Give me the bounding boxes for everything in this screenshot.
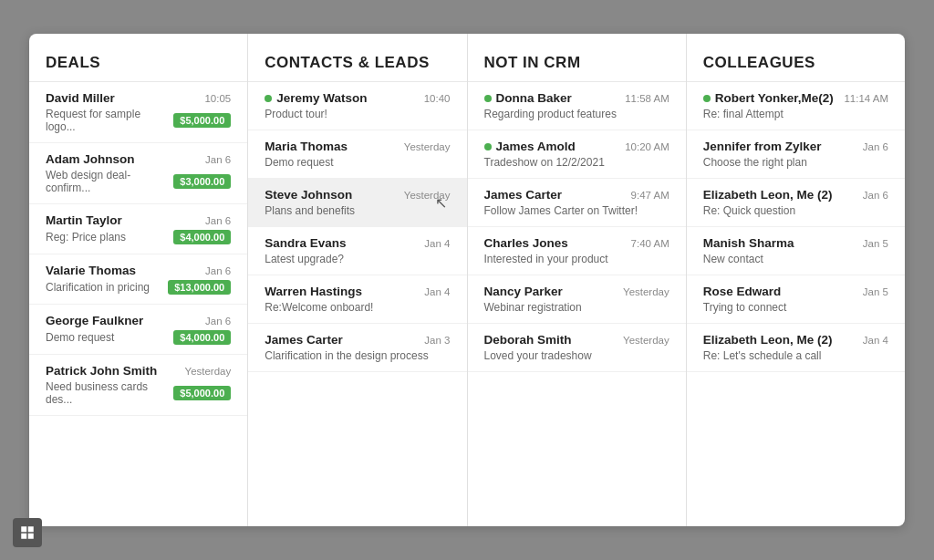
list-item[interactable]: Elizabeth Leon, Me (2)Jan 6Re: Quick que… xyxy=(687,179,905,227)
item-sub-text: Follow James Carter on Twitter! xyxy=(484,204,638,217)
item-sub-text: Demo request xyxy=(265,156,333,169)
list-item[interactable]: Jennifer from ZylkerJan 6Choose the righ… xyxy=(687,130,905,179)
item-name: Robert Yonker,Me(2) xyxy=(703,91,834,105)
list-item[interactable]: James Carter9:47 AMFollow James Carter o… xyxy=(468,179,686,227)
item-date: Yesterday xyxy=(404,190,451,201)
list-item[interactable]: James Amold10:20 AMTradeshow on 12/2/202… xyxy=(468,130,686,179)
item-name: Donna Baker xyxy=(484,91,572,105)
item-sub-text: Product tour! xyxy=(265,108,327,120)
item-name: Deborah Smith xyxy=(484,333,572,347)
item-name: James Carter xyxy=(484,188,563,202)
item-name: Patrick John Smith xyxy=(46,364,157,378)
item-name: Nancy Parker xyxy=(484,285,563,298)
svg-rect-1 xyxy=(28,526,34,532)
column-not-in-crm: NOT IN CRMDonna Baker11:58 AMRegarding p… xyxy=(468,34,687,526)
item-sub-text: Regarding product features xyxy=(484,108,617,120)
item-name: Valarie Thomas xyxy=(46,264,136,277)
item-date: Jan 6 xyxy=(863,141,888,152)
item-sub: Re:Welcome onboard! xyxy=(265,301,450,314)
item-sub: Demo request$4,000.00 xyxy=(46,330,231,345)
item-name: Manish Sharma xyxy=(703,236,794,250)
item-sub: Web design deal-confirm...$3,000.00 xyxy=(46,169,231,194)
list-item[interactable]: Maria ThomasYesterdayDemo request xyxy=(248,130,466,179)
item-date: Yesterday xyxy=(623,335,669,346)
item-sub-text: Demo request xyxy=(46,331,114,344)
item-sub-text: Reg: Price plans xyxy=(46,231,126,244)
list-item[interactable]: Steve JohnsonYesterdayPlans and benefits… xyxy=(248,179,466,227)
item-sub: Re: Quick question xyxy=(703,204,888,217)
item-sub: Need business cards des...$5,000.00 xyxy=(46,380,231,406)
item-sub-text: Loved your tradeshow xyxy=(484,349,592,362)
column-deals: DEALSDavid Miller10:05Request for sample… xyxy=(29,34,248,526)
list-item[interactable]: George FaulknerJan 6Demo request$4,000.0… xyxy=(29,305,247,355)
item-sub: Webinar registration xyxy=(484,301,669,314)
item-date: Jan 4 xyxy=(424,286,450,297)
item-sub-text: Trying to connect xyxy=(703,301,787,314)
item-date: 9:47 AM xyxy=(631,190,669,201)
svg-rect-3 xyxy=(28,534,34,539)
item-sub-text: Tradeshow on 12/2/2021 xyxy=(484,156,605,169)
item-sub: Loved your tradeshow xyxy=(484,349,669,362)
item-badge: $4,000.00 xyxy=(173,230,231,244)
item-date: Jan 6 xyxy=(205,316,231,327)
list-item[interactable]: James CarterJan 3Clarification in the de… xyxy=(248,324,466,372)
item-date: Yesterday xyxy=(185,366,232,377)
item-sub: Trying to connect xyxy=(703,301,888,314)
item-sub-text: Re: Quick question xyxy=(703,204,795,217)
list-item[interactable]: Donna Baker11:58 AMRegarding product fea… xyxy=(468,82,686,130)
list-item[interactable]: Patrick John SmithYesterdayNeed business… xyxy=(29,355,247,416)
list-item[interactable]: Charles Jones7:40 AMInterested in your p… xyxy=(468,227,686,275)
list-item[interactable]: Rose EdwardJan 5Trying to connect xyxy=(687,275,905,324)
item-name: George Faulkner xyxy=(46,314,143,327)
item-date: Jan 4 xyxy=(424,238,450,249)
item-name: Elizabeth Leon, Me (2) xyxy=(703,333,833,347)
item-date: Jan 6 xyxy=(205,215,231,226)
list-item[interactable]: Elizabeth Leon, Me (2)Jan 4Re: Let's sch… xyxy=(687,324,905,372)
list-item[interactable]: Deborah SmithYesterdayLoved your tradesh… xyxy=(468,324,686,372)
list-item[interactable]: Sandra EvansJan 4Latest upgrade? xyxy=(248,227,466,275)
body-contacts: Jeremy Watson10:40Product tour!Maria Tho… xyxy=(248,82,466,526)
item-sub: Re: final Attempt xyxy=(703,108,888,120)
list-item[interactable]: Adam JohnsonJan 6Web design deal-confirm… xyxy=(29,143,247,204)
column-contacts: CONTACTS & LEADSJeremy Watson10:40Produc… xyxy=(248,34,467,526)
item-badge: $5,000.00 xyxy=(173,113,231,128)
list-item[interactable]: Warren HastingsJan 4Re:Welcome onboard! xyxy=(248,275,466,324)
item-date: Jan 4 xyxy=(863,335,888,346)
item-sub: Plans and benefits xyxy=(265,204,450,217)
item-date: 7:40 AM xyxy=(631,238,669,249)
header-colleagues: COLLEAGUES xyxy=(687,34,905,82)
item-badge: $5,000.00 xyxy=(173,386,231,400)
bottom-icon[interactable] xyxy=(13,518,42,547)
item-date: Jan 5 xyxy=(863,286,888,297)
item-name: Elizabeth Leon, Me (2) xyxy=(703,188,833,202)
list-item[interactable]: David Miller10:05Request for sample logo… xyxy=(29,82,247,143)
item-date: 10:40 xyxy=(424,93,451,104)
item-sub: Regarding product features xyxy=(484,108,669,120)
item-sub: Product tour! xyxy=(265,108,450,120)
item-sub-text: New contact xyxy=(703,253,763,265)
list-item[interactable]: Valarie ThomasJan 6Clarification in pric… xyxy=(29,254,247,305)
item-name: David Miller xyxy=(46,91,115,105)
item-sub: Clarification in pricing$13,000.00 xyxy=(46,280,231,295)
item-date: Jan 6 xyxy=(205,265,231,276)
list-item[interactable]: Jeremy Watson10:40Product tour! xyxy=(248,82,466,130)
list-item[interactable]: Robert Yonker,Me(2)11:14 AMRe: final Att… xyxy=(687,82,905,130)
item-badge: $3,000.00 xyxy=(173,174,231,189)
item-name: Adam Johnson xyxy=(46,152,135,166)
item-date: Jan 6 xyxy=(863,190,888,201)
item-name: Maria Thomas xyxy=(265,140,348,153)
item-name: James Carter xyxy=(265,333,343,347)
item-sub: Interested in your product xyxy=(484,253,669,265)
list-item[interactable]: Martin TaylorJan 6Reg: Price plans$4,000… xyxy=(29,204,247,254)
item-sub: Reg: Price plans$4,000.00 xyxy=(46,230,231,244)
item-date: Yesterday xyxy=(404,141,451,152)
unread-dot xyxy=(265,95,272,102)
header-deals: DEALS xyxy=(29,34,247,82)
item-date: Jan 6 xyxy=(205,154,231,165)
list-item[interactable]: Nancy ParkerYesterdayWebinar registratio… xyxy=(468,275,686,324)
item-name: James Amold xyxy=(484,140,576,153)
list-item[interactable]: Manish SharmaJan 5New contact xyxy=(687,227,905,275)
item-sub-text: Clarification in the design process xyxy=(265,349,428,362)
unread-dot xyxy=(484,143,492,150)
body-deals: David Miller10:05Request for sample logo… xyxy=(29,82,247,526)
